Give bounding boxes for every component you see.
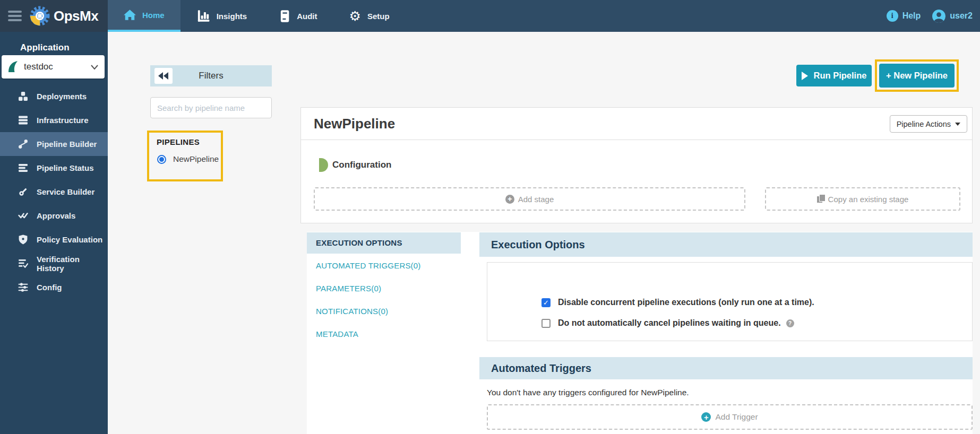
pipeline-config-section: EXECUTION OPTIONS AUTOMATED TRIGGERS(0) … [307, 232, 973, 434]
tab-home-label: Home [142, 11, 165, 20]
tab-insights-label: Insights [217, 12, 247, 21]
sidebar-item-approvals[interactable]: Approvals [0, 204, 108, 228]
new-pipeline-button[interactable]: + New Pipeline [879, 64, 955, 88]
sidebar-item-label: Pipeline Status [37, 163, 94, 172]
copy-existing-stage-button[interactable]: Copy an existing stage [765, 187, 960, 211]
add-trigger-label: Add Trigger [715, 412, 758, 422]
annotation-highlight-new-pipeline: + New Pipeline [875, 59, 959, 92]
sidebar-item-label: Pipeline Builder [37, 140, 97, 149]
sidebar-item-label: Approvals [37, 211, 75, 220]
sidebar-item-service-builder[interactable]: Service Builder [0, 180, 108, 204]
execution-options-header: Execution Options [479, 232, 973, 257]
run-pipeline-label: Run Pipeline [814, 71, 867, 81]
help-label: Help [902, 11, 921, 21]
plus-circle-icon [505, 195, 514, 204]
home-icon [124, 10, 136, 21]
tab-audit-label: Audit [297, 12, 317, 21]
option-no-auto-cancel[interactable]: Do not automatically cancel pipelines wa… [541, 317, 972, 329]
tab-execution-options[interactable]: EXECUTION OPTIONS [307, 232, 461, 254]
hamburger-menu-icon[interactable] [8, 8, 22, 23]
spinnaker-sail-icon [7, 60, 19, 73]
application-section-label: Application [20, 42, 108, 53]
sidebar-item-label: Deployments [37, 92, 87, 101]
new-pipeline-label: + New Pipeline [886, 71, 948, 81]
sidebar-menu: Deployments Infrastructure Pipeline Buil… [0, 84, 108, 299]
tab-parameters[interactable]: PARAMETERS(0) [307, 278, 461, 299]
topbar-right: Help user2 [887, 0, 980, 32]
add-stage-label: Add stage [518, 195, 554, 204]
tab-setup[interactable]: ⚙ Setup [333, 0, 406, 32]
checkbox-checked-icon[interactable] [541, 298, 551, 307]
add-stage-button[interactable]: Add stage [314, 187, 745, 211]
filters-header: Filters [150, 65, 272, 86]
opsmx-app-screen: OpsMx Home [0, 0, 980, 434]
radio-selected-icon[interactable] [157, 155, 166, 164]
caret-down-icon [955, 123, 960, 126]
chevron-down-icon [91, 65, 98, 70]
topbar: OpsMx Home [0, 0, 980, 32]
pipeline-filter-label: NewPipeline [173, 154, 219, 164]
approvals-icon [18, 211, 28, 221]
brand-name: OpsMx [54, 8, 98, 24]
opsmx-logo[interactable]: OpsMx [29, 5, 98, 27]
user-avatar-icon [932, 10, 945, 23]
sidebar-item-label: Service Builder [37, 187, 94, 196]
sidebar-item-verification-history[interactable]: Verification History [0, 251, 108, 275]
tab-home[interactable]: Home [108, 0, 180, 32]
application-selector[interactable]: testdoc [2, 55, 105, 79]
option-disable-concurrent[interactable]: Disable concurrent pipeline executions (… [541, 297, 972, 308]
triggers-empty-message: You don't have any triggers configured f… [487, 388, 973, 397]
pipeline-card-header: NewPipeline Pipeline Actions [301, 108, 972, 140]
configuration-stage[interactable]: Configuration [319, 158, 391, 172]
pipeline-filter-option[interactable]: NewPipeline [157, 154, 221, 164]
pipelines-section-label: PIPELINES [157, 137, 221, 146]
copy-stage-label: Copy an existing stage [828, 195, 909, 204]
deployments-icon [18, 91, 28, 101]
tab-notifications[interactable]: NOTIFICATIONS(0) [307, 301, 461, 322]
help-tooltip-icon[interactable] [786, 319, 794, 327]
sidebar-item-label: Config [37, 283, 62, 292]
tab-metadata[interactable]: METADATA [307, 324, 461, 345]
sidebar-item-infrastructure[interactable]: Infrastructure [0, 108, 108, 132]
help-button[interactable]: Help [887, 10, 921, 22]
sidebar-item-deployments[interactable]: Deployments [0, 84, 108, 108]
sidebar-item-label: Infrastructure [37, 116, 89, 125]
stage-actions-row: Add stage Copy an existing stage [301, 187, 972, 211]
sidebar-item-pipeline-builder[interactable]: Pipeline Builder [0, 132, 108, 156]
pipeline-actions-label: Pipeline Actions [897, 120, 951, 128]
tab-insights[interactable]: Insights [180, 0, 263, 32]
config-icon [18, 282, 28, 292]
collapse-filters-icon[interactable] [154, 68, 173, 84]
tab-setup-label: Setup [367, 12, 390, 21]
pipeline-card: NewPipeline Pipeline Actions Configurati… [300, 107, 973, 223]
config-content: Execution Options Disable concurrent pip… [479, 232, 973, 430]
execution-options-box: Disable concurrent pipeline executions (… [487, 262, 973, 341]
policy-evaluation-icon [18, 235, 28, 245]
tab-audit[interactable]: Audit [263, 0, 333, 32]
add-trigger-button[interactable]: Add Trigger [487, 404, 973, 430]
sidebar: Application testdoc Deployments Infr [0, 32, 108, 434]
search-input[interactable] [150, 97, 272, 118]
pipeline-actions-button[interactable]: Pipeline Actions [890, 115, 967, 133]
configuration-stage-icon [319, 158, 328, 172]
sidebar-item-policy-evaluation[interactable]: Policy Evaluation [0, 228, 108, 251]
infrastructure-icon [18, 115, 28, 125]
annotation-highlight-pipelines: PIPELINES NewPipeline [147, 131, 223, 181]
copy-icon [817, 195, 824, 203]
pipeline-status-icon [18, 163, 28, 173]
automated-triggers-header: Automated Triggers [479, 357, 973, 379]
verification-history-icon [18, 258, 28, 268]
sidebar-item-config[interactable]: Config [0, 275, 108, 299]
brand-corner: OpsMx [0, 0, 108, 32]
checkbox-unchecked-icon[interactable] [541, 319, 551, 328]
opsmx-gear-icon [29, 5, 50, 27]
tab-automated-triggers[interactable]: AUTOMATED TRIGGERS(0) [307, 255, 461, 276]
top-nav-tabs: Home Insights [108, 0, 406, 32]
sidebar-item-label: Verification History [37, 255, 108, 273]
configuration-label: Configuration [332, 160, 391, 170]
filters-title: Filters [199, 71, 223, 81]
user-menu[interactable]: user2 [932, 10, 973, 23]
sidebar-item-pipeline-status[interactable]: Pipeline Status [0, 156, 108, 180]
run-pipeline-button[interactable]: Run Pipeline [796, 65, 872, 86]
service-builder-icon [18, 187, 28, 197]
